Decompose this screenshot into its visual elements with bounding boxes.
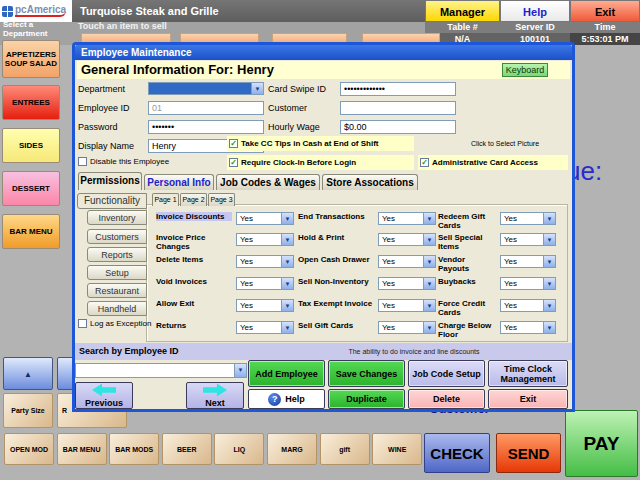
sidetab-restaurant[interactable]: Restaurant <box>87 283 147 298</box>
pagetab-2[interactable]: Page 2 <box>180 193 207 206</box>
check-button[interactable]: CHECK <box>424 433 490 473</box>
permission-select-sell-non-inventory[interactable]: Yes▼ <box>378 277 436 290</box>
tab-personal-info[interactable]: Personal Info <box>144 174 214 190</box>
sidetab-handheld[interactable]: Handheld <box>87 301 147 316</box>
card-swipe-field[interactable]: ••••••••••••• <box>340 82 456 96</box>
save-changes-button[interactable]: Save Changes <box>328 360 405 387</box>
department-select[interactable]: ▼ <box>148 82 264 95</box>
chevron-down-icon: ▼ <box>423 278 435 289</box>
scroll-up-button[interactable]: ▲ <box>3 357 53 390</box>
password-field[interactable]: ••••••• <box>148 120 264 134</box>
display-name-label: Display Name <box>78 141 134 151</box>
sidetab-customers[interactable]: Customers <box>87 229 147 244</box>
chevron-down-icon: ▼ <box>234 364 246 377</box>
permission-select-tax-exempt-invoice[interactable]: Yes▼ <box>378 299 436 312</box>
menu-button-marg[interactable]: MARG <box>267 433 317 465</box>
chevron-down-icon: ▼ <box>281 256 293 267</box>
help-button[interactable]: ? Help <box>248 389 325 409</box>
chevron-down-icon: ▼ <box>543 278 555 289</box>
permission-label-end-transactions: End Transactions <box>298 212 374 221</box>
menu-button-liq[interactable]: LIQ <box>214 433 264 465</box>
delete-button[interactable]: Delete <box>408 389 485 409</box>
checkbox-unchecked-icon <box>78 157 87 166</box>
sidetab-reports[interactable]: Reports <box>87 247 147 262</box>
password-label: Password <box>78 122 118 132</box>
permission-select-hold-print[interactable]: Yes▼ <box>378 233 436 246</box>
customer-field[interactable] <box>340 101 456 115</box>
take-cc-tips-checkbox[interactable]: ✓ Take CC Tips in Cash at End of Shift <box>227 136 414 151</box>
pagetab-3[interactable]: Page 3 <box>208 193 235 206</box>
tab-job-codes-wages[interactable]: Job Codes & Wages <box>216 174 320 190</box>
menu-button-wine[interactable]: WINE <box>372 433 422 465</box>
require-clockin-checkbox[interactable]: ✓ Require Clock-In Before Login <box>227 155 414 170</box>
previous-button[interactable]: Previous <box>75 382 133 409</box>
hourly-wage-field[interactable]: $0.00 <box>340 120 456 134</box>
department-button-bar-menu[interactable]: BAR MENU <box>2 214 60 249</box>
permission-label-charge-below-floor: Charge Below Floor <box>438 321 496 339</box>
send-button[interactable]: SEND <box>496 433 561 473</box>
checkbox-unchecked-icon <box>78 319 87 328</box>
chevron-down-icon: ▼ <box>423 234 435 245</box>
chevron-down-icon: ▼ <box>281 213 293 224</box>
permission-label-open-cash-drawer: Open Cash Drawer <box>298 255 374 264</box>
permission-select-returns[interactable]: Yes▼ <box>236 321 294 334</box>
log-exception-checkbox[interactable]: Log as Exception <box>78 319 151 328</box>
chevron-down-icon: ▼ <box>543 322 555 333</box>
keyboard-button[interactable]: Keyboard <box>502 63 548 77</box>
department-button-sides[interactable]: SIDES <box>2 128 60 163</box>
permission-select-sell-gift-cards[interactable]: Yes▼ <box>378 321 436 334</box>
pagetab-1[interactable]: Page 1 <box>152 193 179 206</box>
help-button-top[interactable]: Help <box>500 0 570 22</box>
department-button-appetizers-soup-salad[interactable]: APPETIZERS SOUP SALAD <box>2 40 60 78</box>
employee-search-select[interactable]: ▼ <box>75 363 247 378</box>
permission-label-delete-items: Delete Items <box>156 255 232 264</box>
permission-select-buybacks[interactable]: Yes▼ <box>500 277 556 290</box>
permission-select-invoice-price-changes[interactable]: Yes▼ <box>236 233 294 246</box>
menu-button-open-mod[interactable]: OPEN MOD <box>4 433 54 465</box>
admin-card-checkbox[interactable]: ✓ Administrative Card Access <box>418 155 568 170</box>
dialog-title: Employee Maintenance <box>75 45 572 60</box>
add-employee-button[interactable]: Add Employee <box>248 360 325 387</box>
permission-select-sell-special-items[interactable]: Yes▼ <box>500 233 556 246</box>
permission-select-vendor-payouts[interactable]: Yes▼ <box>500 255 556 268</box>
permission-select-open-cash-drawer[interactable]: Yes▼ <box>378 255 436 268</box>
sidetab-inventory[interactable]: Inventory <box>87 210 147 225</box>
manager-button[interactable]: Manager <box>425 0 500 22</box>
duplicate-button[interactable]: Duplicate <box>328 389 405 409</box>
party-size-button[interactable]: Party Size <box>3 393 53 428</box>
permission-select-end-transactions[interactable]: Yes▼ <box>378 212 436 225</box>
permission-select-allow-exit[interactable]: Yes▼ <box>236 299 294 312</box>
permission-select-redeem-gift-cards[interactable]: Yes▼ <box>500 212 556 225</box>
time-clock-management-button[interactable]: Time Clock Management <box>488 360 568 387</box>
sidetab-functionality[interactable]: Functionality <box>77 193 147 209</box>
picture-hint[interactable]: Click to Select Picture <box>450 140 560 147</box>
permission-select-force-credit-cards[interactable]: Yes▼ <box>500 299 556 312</box>
department-button-entrees[interactable]: ENTREES <box>2 85 60 120</box>
next-button[interactable]: Next <box>186 382 244 409</box>
chevron-down-icon: ▼ <box>281 300 293 311</box>
job-code-setup-button[interactable]: Job Code Setup <box>408 360 485 387</box>
tab-permissions[interactable]: Permissions <box>78 172 142 190</box>
server-id-header: Server ID <box>500 22 570 33</box>
permission-select-charge-below-floor[interactable]: Yes▼ <box>500 321 556 334</box>
pay-button[interactable]: PAY <box>565 410 638 477</box>
employee-id-field[interactable]: 01 <box>148 101 264 115</box>
menu-button-bar-menu[interactable]: BAR MENU <box>57 433 107 465</box>
permission-select-void-invoices[interactable]: Yes▼ <box>236 277 294 290</box>
menu-button-gift[interactable]: gift <box>320 433 370 465</box>
chevron-down-icon: ▼ <box>423 322 435 333</box>
time-header: Time <box>570 22 640 33</box>
customer-label: Customer <box>268 103 307 113</box>
permission-label-hold-print: Hold & Print <box>298 233 374 242</box>
permission-select-invoice-discounts[interactable]: Yes▼ <box>236 212 294 225</box>
menu-button-bar-mods[interactable]: BAR MODS <box>109 433 159 465</box>
exit-button[interactable]: Exit <box>488 389 568 409</box>
department-button-dessert[interactable]: DESSERT <box>2 171 60 206</box>
tab-store-assocations[interactable]: Store Assocations <box>322 174 418 190</box>
permission-label-invoice-discounts: Invoice Discounts <box>156 212 232 221</box>
exit-button-top[interactable]: Exit <box>570 0 640 22</box>
permission-select-delete-items[interactable]: Yes▼ <box>236 255 294 268</box>
menu-button-beer[interactable]: BEER <box>162 433 212 465</box>
sidetab-setup[interactable]: Setup <box>87 265 147 280</box>
disable-employee-checkbox[interactable]: Disable this Employee <box>78 157 169 166</box>
